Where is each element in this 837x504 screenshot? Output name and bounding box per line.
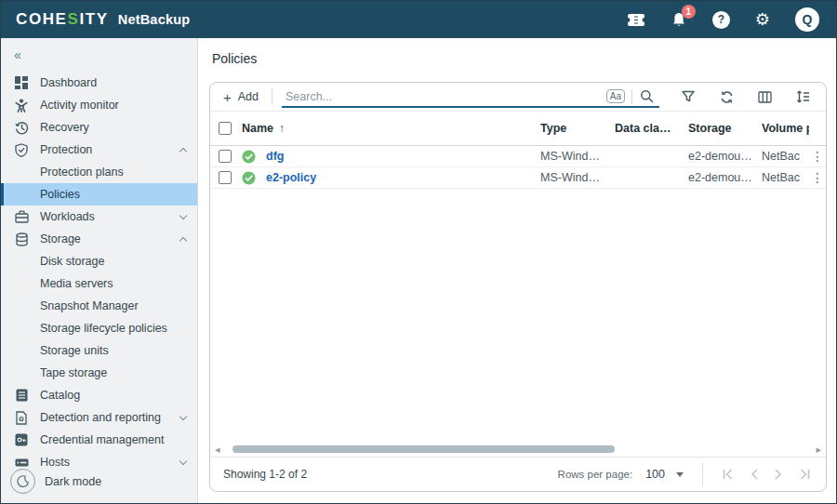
toolbar-icon-group	[680, 88, 811, 105]
sidebar-item-storage[interactable]: Storage	[1, 228, 197, 250]
next-page-icon[interactable]	[773, 467, 784, 482]
chevron-down-icon	[179, 458, 187, 465]
sidebar-item-tape-storage[interactable]: Tape storage	[1, 362, 197, 384]
column-header-name[interactable]: Name ↑	[242, 122, 540, 135]
recovery-icon	[14, 120, 29, 135]
sidebar-item-activity-monitor[interactable]: Activity monitor	[1, 94, 197, 116]
column-header-type[interactable]: Type	[540, 122, 615, 135]
sidebar-item-label: Storage units	[40, 344, 109, 357]
search-field: Aa	[282, 86, 659, 108]
product-name: NetBackup	[118, 12, 191, 27]
activity-monitor-icon	[14, 98, 29, 113]
search-input[interactable]	[282, 90, 603, 103]
storage-database-icon	[14, 232, 29, 246]
notifications-bell-icon[interactable]: 1	[671, 11, 687, 29]
policy-name-link[interactable]: e2-policy	[266, 171, 316, 184]
sidebar-item-label: Storage	[40, 232, 81, 245]
row-checkbox[interactable]	[219, 171, 232, 184]
scroll-left-arrow-icon[interactable]: ◂	[215, 444, 220, 455]
sidebar-item-label: Activity monitor	[40, 99, 119, 112]
sidebar-item-snapshot-manager[interactable]: Snapshot Manager	[1, 295, 197, 317]
brand-text: ITY	[79, 10, 108, 29]
chevron-down-icon	[179, 413, 187, 420]
scrollbar-track[interactable]	[224, 445, 813, 453]
sidebar-item-disk-storage[interactable]: Disk storage	[1, 250, 197, 272]
brand-text: COHE	[16, 10, 68, 29]
policy-enabled-check-icon	[242, 171, 266, 185]
cell-storage: e2-demou…	[688, 150, 762, 163]
column-header-data-classification[interactable]: Data cla…	[615, 122, 688, 135]
sidebar-item-label: Protection	[40, 143, 92, 156]
policy-name-link[interactable]: dfg	[266, 150, 284, 163]
sidebar-item-label: Snapshot Manager	[40, 299, 139, 312]
rows-per-page-select[interactable]: 100	[645, 468, 684, 481]
notification-badge: 1	[682, 5, 696, 19]
scrollbar-thumb[interactable]	[232, 445, 615, 453]
sidebar-item-protection[interactable]: Protection	[1, 139, 197, 161]
chevron-down-icon	[179, 212, 187, 219]
last-page-icon[interactable]	[797, 467, 813, 482]
dropdown-caret-icon	[676, 472, 684, 477]
help-icon[interactable]: ?	[712, 11, 730, 29]
footer-divider	[702, 463, 703, 485]
sidebar-item-label: Storage lifecycle policies	[40, 322, 167, 335]
user-avatar[interactable]: Q	[795, 7, 819, 32]
dashboard-icon	[14, 75, 29, 90]
horizontal-scrollbar: ◂ ▸	[210, 442, 826, 457]
previous-page-icon[interactable]	[749, 467, 760, 482]
table-row: e2-policy MS-Wind… e2-demou… NetBac ⋮	[210, 167, 826, 189]
brand-text-green-s: S	[68, 10, 80, 29]
sidebar-item-credential-management[interactable]: Credential management	[1, 429, 197, 451]
cell-volume-pool: NetBac	[762, 171, 809, 184]
moon-icon	[10, 469, 35, 494]
sidebar-item-recovery[interactable]: Recovery	[1, 116, 197, 139]
sidebar-item-storage-lifecycle-policies[interactable]: Storage lifecycle policies	[1, 317, 197, 339]
sidebar-item-label: Hosts	[40, 456, 70, 469]
sidebar-item-label: Protection plans	[40, 166, 124, 179]
sidebar-item-policies[interactable]: Policies	[1, 183, 197, 206]
cell-volume-pool: NetBac	[762, 150, 809, 163]
top-header-bar: COHESITY NetBackup 1	[1, 1, 836, 38]
row-density-icon[interactable]	[794, 88, 811, 105]
scroll-right-arrow-icon[interactable]: ▸	[816, 444, 821, 455]
search-icon[interactable]	[640, 89, 654, 103]
match-case-toggle[interactable]: Aa	[606, 89, 625, 103]
sidebar-item-storage-units[interactable]: Storage units	[1, 339, 197, 362]
column-header-storage[interactable]: Storage	[688, 122, 762, 135]
column-header-volume-pool[interactable]: Volume p	[762, 122, 809, 135]
header-actions: 1 ? ⚙ Q	[627, 7, 819, 32]
add-button[interactable]: + Add	[219, 89, 262, 105]
first-page-icon[interactable]	[720, 467, 736, 482]
sidebar-item-label: Credential management	[40, 433, 164, 446]
refresh-icon[interactable]	[718, 88, 735, 105]
sidebar-item-protection-plans[interactable]: Protection plans	[1, 161, 197, 183]
policies-table-card: + Add Aa	[209, 82, 827, 492]
sidebar-item-media-servers[interactable]: Media servers	[1, 272, 197, 295]
table-row: dfg MS-Wind… e2-demou… NetBac ⋮	[210, 146, 826, 167]
workloads-briefcase-icon	[14, 209, 29, 224]
app-window: COHESITY NetBackup 1	[0, 0, 837, 504]
chevron-up-icon	[179, 147, 187, 154]
catalog-icon	[14, 388, 29, 403]
table-header-row: Name ↑ Type Data cla… Storage Volume p	[210, 112, 826, 146]
policy-enabled-check-icon	[242, 150, 266, 164]
row-actions-kebab-icon[interactable]: ⋮	[809, 150, 826, 163]
sidebar-item-catalog[interactable]: Catalog	[1, 384, 197, 406]
sidebar-item-detection-and-reporting[interactable]: Detection and reporting	[1, 406, 197, 429]
sidebar-item-dashboard[interactable]: Dashboard	[1, 72, 197, 94]
sidebar-item-label: Catalog	[40, 389, 80, 402]
row-actions-kebab-icon[interactable]: ⋮	[809, 171, 826, 184]
dark-mode-label: Dark mode	[45, 475, 101, 488]
dark-mode-toggle[interactable]: Dark mode	[10, 469, 101, 494]
sidebar-item-label: Media servers	[40, 277, 113, 290]
settings-gear-icon[interactable]: ⚙	[755, 11, 770, 28]
columns-icon[interactable]	[756, 88, 773, 105]
row-checkbox[interactable]	[219, 150, 232, 163]
select-all-checkbox[interactable]	[219, 122, 232, 135]
sidebar-collapse-button[interactable]: «	[1, 44, 197, 66]
sidebar-item-label: Recovery	[40, 121, 89, 134]
sidebar-item-label: Detection and reporting	[40, 411, 161, 424]
sidebar-item-workloads[interactable]: Workloads	[1, 206, 197, 228]
license-ticket-icon[interactable]	[627, 13, 645, 27]
filter-icon[interactable]	[680, 88, 697, 105]
